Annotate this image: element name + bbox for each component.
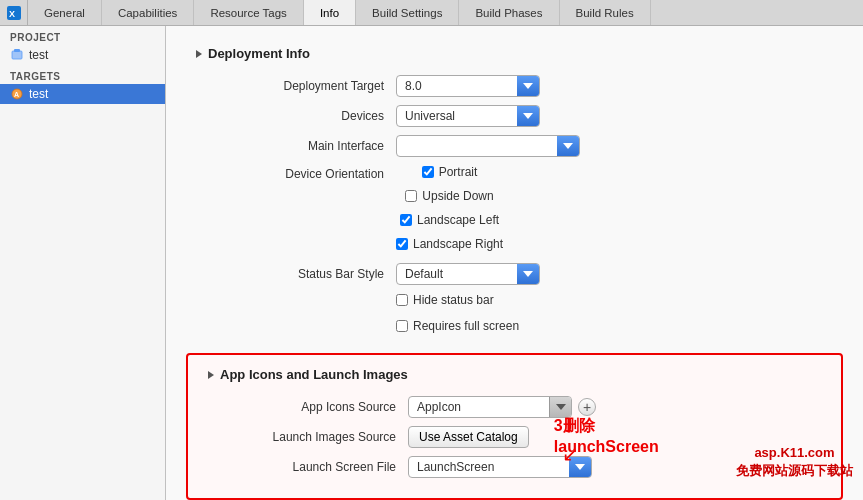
tab-build-rules[interactable]: Build Rules: [560, 0, 651, 25]
tab-bar: X General Capabilities Resource Tags Inf…: [0, 0, 863, 26]
deployment-target-control: 8.0: [396, 75, 540, 97]
devices-dropdown-btn[interactable]: [517, 105, 539, 127]
requires-full-screen-checkbox[interactable]: [396, 320, 408, 332]
device-orientation-row: Device Orientation Portrait Upside Down …: [196, 165, 833, 255]
tab-resource-tags[interactable]: Resource Tags: [194, 0, 304, 25]
portrait-checkbox[interactable]: [422, 166, 434, 178]
app-icons-source-dropdown-btn[interactable]: [549, 396, 571, 418]
devices-value: Universal: [397, 109, 517, 123]
requires-full-screen-label: Requires full screen: [413, 319, 519, 333]
target-name: test: [29, 87, 48, 101]
deployment-target-dropdown[interactable]: 8.0: [396, 75, 540, 97]
app-icons-title: App Icons and Launch Images: [220, 367, 408, 382]
hide-status-bar-row: Hide status bar: [196, 293, 833, 311]
deployment-info-toggle[interactable]: [196, 50, 202, 58]
status-bar-style-control: Default: [396, 263, 540, 285]
project-name: test: [29, 48, 48, 62]
landscape-right-checkbox[interactable]: [396, 238, 408, 250]
launch-images-source-label: Launch Images Source: [208, 430, 408, 444]
project-section-header: PROJECT: [0, 26, 165, 45]
deployment-target-row: Deployment Target 8.0: [196, 75, 833, 97]
project-icon: [10, 48, 24, 62]
svg-text:X: X: [9, 9, 15, 19]
deployment-target-value: 8.0: [397, 79, 517, 93]
tab-info[interactable]: Info: [304, 0, 356, 25]
devices-row: Devices Universal: [196, 105, 833, 127]
content-area: Deployment Info Deployment Target 8.0 De…: [166, 26, 863, 500]
status-bar-style-row: Status Bar Style Default: [196, 263, 833, 285]
landscape-left-label: Landscape Left: [417, 213, 499, 227]
main-interface-row: Main Interface: [196, 135, 833, 157]
landscape-left-checkbox[interactable]: [400, 214, 412, 226]
requires-full-screen-checkbox-row[interactable]: Requires full screen: [396, 319, 519, 333]
annotation-arrow: ↙: [562, 442, 579, 466]
portrait-label: Portrait: [439, 165, 478, 179]
targets-section-header: TARGETS: [0, 65, 165, 84]
xcode-icon: X: [0, 0, 28, 25]
deployment-target-label: Deployment Target: [196, 79, 396, 93]
tab-build-phases[interactable]: Build Phases: [459, 0, 559, 25]
tab-capabilities[interactable]: Capabilities: [102, 0, 194, 25]
status-bar-style-dropdown[interactable]: Default: [396, 263, 540, 285]
main-interface-label: Main Interface: [196, 139, 396, 153]
deployment-info-header: Deployment Info: [196, 46, 833, 61]
devices-dropdown[interactable]: Universal: [396, 105, 540, 127]
app-icons-toggle[interactable]: [208, 371, 214, 379]
requires-full-screen-row: Requires full screen: [196, 319, 833, 337]
landscape-right-checkbox-row[interactable]: Landscape Right: [396, 237, 503, 251]
app-icons-source-label: App Icons Source: [208, 400, 408, 414]
app-icons-source-value: AppIcon: [409, 400, 549, 414]
hide-status-bar-label: Hide status bar: [413, 293, 494, 307]
upside-down-checkbox[interactable]: [405, 190, 417, 202]
status-bar-style-value: Default: [397, 267, 517, 281]
svg-text:A: A: [14, 91, 19, 98]
app-icons-source-control: AppIcon +: [408, 396, 596, 418]
target-icon: A: [10, 87, 24, 101]
main-interface-dropdown[interactable]: [396, 135, 580, 157]
hide-status-bar-checkbox-row[interactable]: Hide status bar: [396, 293, 494, 307]
sidebar: PROJECT test TARGETS A test: [0, 26, 166, 500]
devices-label: Devices: [196, 109, 396, 123]
launch-images-source-control: Use Asset Catalog 3删除 launchScreen ↙: [408, 426, 529, 448]
tab-build-settings[interactable]: Build Settings: [356, 0, 459, 25]
device-orientation-control: Portrait Upside Down Landscape Left Land…: [396, 165, 503, 255]
landscape-right-label: Landscape Right: [413, 237, 503, 251]
app-icons-add-button[interactable]: +: [578, 398, 596, 416]
deployment-info-title: Deployment Info: [208, 46, 310, 61]
app-icons-source-dropdown[interactable]: AppIcon: [408, 396, 572, 418]
launch-screen-file-value: LaunchScreen: [409, 460, 569, 474]
sidebar-item-project[interactable]: test: [0, 45, 165, 65]
watermark-line2: 免费网站源码下载站: [736, 462, 853, 480]
status-bar-style-label: Status Bar Style: [196, 267, 396, 281]
device-orientation-label: Device Orientation: [196, 165, 396, 181]
requires-full-screen-control: Requires full screen: [396, 319, 519, 337]
hide-status-bar-control: Hide status bar: [396, 293, 494, 311]
tab-general[interactable]: General: [28, 0, 102, 25]
portrait-checkbox-row[interactable]: Portrait: [422, 165, 478, 179]
svg-rect-3: [14, 49, 20, 52]
upside-down-checkbox-row[interactable]: Upside Down: [405, 189, 493, 203]
landscape-left-checkbox-row[interactable]: Landscape Left: [400, 213, 499, 227]
watermark-line1: asp.K11.com: [736, 444, 853, 462]
status-bar-style-dropdown-btn[interactable]: [517, 263, 539, 285]
watermark: asp.K11.com 免费网站源码下载站: [736, 444, 853, 480]
app-icons-header: App Icons and Launch Images: [198, 367, 831, 382]
main-interface-control: [396, 135, 580, 157]
upside-down-label: Upside Down: [422, 189, 493, 203]
devices-control: Universal: [396, 105, 540, 127]
main-interface-dropdown-btn[interactable]: [557, 135, 579, 157]
sidebar-item-target[interactable]: A test: [0, 84, 165, 104]
hide-status-bar-checkbox[interactable]: [396, 294, 408, 306]
app-icons-source-row: App Icons Source AppIcon +: [198, 396, 831, 418]
use-asset-catalog-button[interactable]: Use Asset Catalog: [408, 426, 529, 448]
svg-rect-2: [12, 51, 22, 59]
deployment-target-dropdown-btn[interactable]: [517, 75, 539, 97]
launch-screen-file-label: Launch Screen File: [208, 460, 408, 474]
main-area: PROJECT test TARGETS A test: [0, 26, 863, 500]
